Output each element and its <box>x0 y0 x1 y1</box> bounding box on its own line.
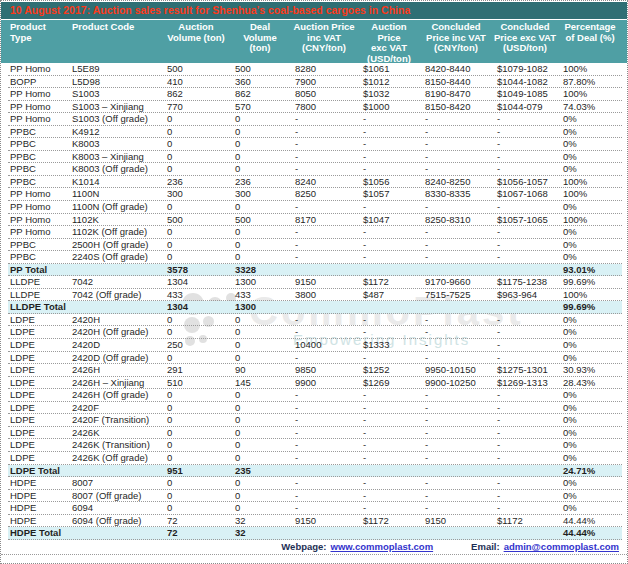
cell: 236 <box>230 176 290 188</box>
cell: - <box>420 477 492 489</box>
cell: - <box>492 502 558 514</box>
total-row: LDPE Total95123524.71% <box>8 465 622 478</box>
cell: 0% <box>558 138 622 150</box>
table-row: PP Homo1102K (Off grade)00----0% <box>8 226 622 239</box>
table-row: PPBC2500H (Off grade)00----0% <box>8 239 622 252</box>
cell: LDPE <box>8 339 70 351</box>
cell: 770 <box>162 101 230 113</box>
total-row: PP Total3578332893.01% <box>8 264 622 277</box>
cell: - <box>420 339 492 351</box>
cell: 100% <box>558 176 622 188</box>
cell: 2420H (Off grade) <box>70 326 162 338</box>
cell: 0 <box>162 326 230 338</box>
cell: 100% <box>558 214 622 226</box>
cell: 1304 <box>162 301 230 313</box>
cell: 2426K <box>70 427 162 439</box>
cell: PPBC <box>8 126 70 138</box>
table-row: LDPE2420F00----0% <box>8 402 622 415</box>
cell: 7042 <box>70 276 162 288</box>
cell: LDPE <box>8 427 70 439</box>
cell: K4912 <box>70 126 162 138</box>
cell: 2420H <box>70 314 162 326</box>
table-row: LDPE2426H (Off grade)00----0% <box>8 389 622 402</box>
cell: - <box>290 427 358 439</box>
cell: 0 <box>230 389 290 401</box>
cell: 8150-8420 <box>420 101 492 113</box>
cell: - <box>358 389 420 401</box>
cell: LDPE <box>8 326 70 338</box>
cell: 250 <box>162 339 230 351</box>
cell: 300 <box>162 188 230 200</box>
cell: 433 <box>162 289 230 301</box>
cell: - <box>420 251 492 263</box>
cell: $1269-1313 <box>492 377 558 389</box>
report-title: 10 August 2017: Auction sales result for… <box>1 2 627 19</box>
cell: 0 <box>162 389 230 401</box>
table-row: PPBCK491200----0% <box>8 126 622 139</box>
cell: - <box>290 502 358 514</box>
webpage-link[interactable]: www.commoplast.com <box>331 541 434 552</box>
cell <box>358 527 420 539</box>
cell: 3328 <box>230 264 290 276</box>
cell: - <box>492 389 558 401</box>
cell: $1333 <box>358 339 420 351</box>
cell: 0% <box>558 352 622 364</box>
cell: 2426K (Off grade) <box>70 452 162 464</box>
cell: - <box>492 126 558 138</box>
cell: PPBC <box>8 151 70 163</box>
cell: 0% <box>558 151 622 163</box>
cell: 0 <box>230 251 290 263</box>
cell: K8003 – Xinjiang <box>70 151 162 163</box>
cell: - <box>290 490 358 502</box>
table-row: LDPE2426K00----0% <box>8 427 622 440</box>
column-header: Concluded Price exc VAT (USD/ton) <box>492 20 558 63</box>
table-row: HDPE800700----0% <box>8 477 622 490</box>
cell: 0% <box>558 439 622 451</box>
cell: 0 <box>162 251 230 263</box>
column-header: Percentage of Deal (%) <box>558 20 622 63</box>
cell: - <box>492 339 558 351</box>
cell: - <box>290 439 358 451</box>
column-header: Concluded Price inc VAT (CNY/ton) <box>420 20 492 63</box>
cell: 90 <box>230 364 290 376</box>
cell: 74.03% <box>558 101 622 113</box>
cell: 0% <box>558 226 622 238</box>
cell: - <box>420 352 492 364</box>
cell: - <box>290 414 358 426</box>
email-link[interactable]: admin@commoplast.com <box>504 541 619 552</box>
cell: - <box>358 427 420 439</box>
cell: 8150-8440 <box>420 76 492 88</box>
cell: - <box>358 477 420 489</box>
cell <box>420 301 492 313</box>
cell: - <box>420 389 492 401</box>
cell: 3578 <box>162 264 230 276</box>
cell: $1079-1082 <box>492 63 558 75</box>
cell: $1032 <box>358 88 420 100</box>
cell: - <box>492 427 558 439</box>
cell: PPBC <box>8 138 70 150</box>
cell: 0% <box>558 339 622 351</box>
table-row: PP HomoS10038628628050$10328190-8470$104… <box>8 88 622 101</box>
cell: - <box>492 226 558 238</box>
cell: 0 <box>162 226 230 238</box>
cell: 8170 <box>290 214 358 226</box>
cell: 862 <box>230 88 290 100</box>
cell: - <box>290 163 358 175</box>
cell: - <box>290 151 358 163</box>
cell: - <box>358 402 420 414</box>
cell: 9850 <box>290 364 358 376</box>
cell: PP Homo <box>8 88 70 100</box>
cell: 951 <box>162 465 230 477</box>
cell: - <box>290 352 358 364</box>
cell: - <box>290 389 358 401</box>
cell: 0% <box>558 402 622 414</box>
cell: - <box>358 151 420 163</box>
cell: LDPE <box>8 377 70 389</box>
cell: 99.69% <box>558 276 622 288</box>
cell: 2420F <box>70 402 162 414</box>
cell: 2426H – Xinjiang <box>70 377 162 389</box>
cell: - <box>290 239 358 251</box>
cell: 8330-8335 <box>420 188 492 200</box>
cell: - <box>492 477 558 489</box>
cell: 0 <box>230 427 290 439</box>
